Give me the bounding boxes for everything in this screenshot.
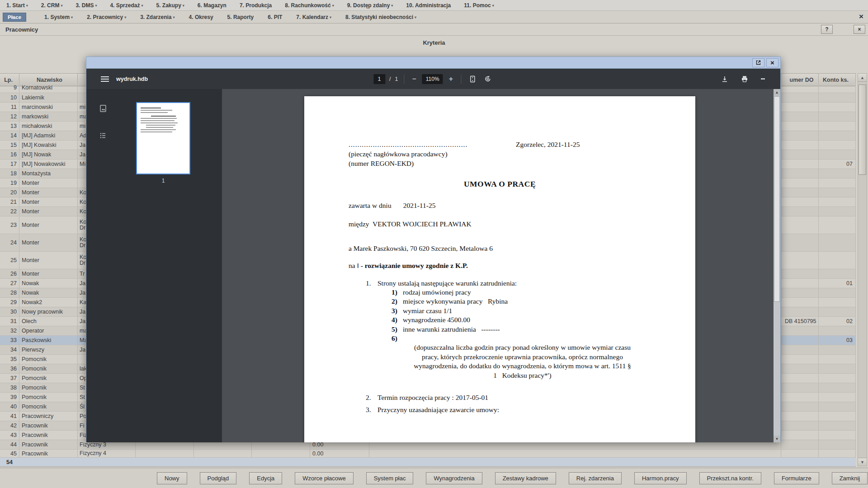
footer-button[interactable]: Zamknij xyxy=(832,472,868,484)
scrollbar-thumb[interactable] xyxy=(774,96,780,302)
employee-line: a Marek Paszkowski, 70 620 Szczecin, Met… xyxy=(349,244,695,253)
zoom-level[interactable]: 110% xyxy=(422,74,443,84)
menu-icon[interactable] xyxy=(101,75,109,83)
footer-button[interactable]: Przekszt.na kontr. xyxy=(699,472,761,484)
footer-button[interactable]: Edycja xyxy=(249,472,282,484)
zoom-out-icon[interactable]: − xyxy=(410,75,418,84)
footer-button[interactable]: Formularze xyxy=(774,472,819,484)
footer-button[interactable]: Wzorce płacowe xyxy=(295,472,353,484)
module-menu-item[interactable]: 7. Kalendarz▾ xyxy=(296,14,331,20)
page-total: 1 xyxy=(395,76,398,82)
scroll-down-icon[interactable]: ▼ xyxy=(774,436,780,442)
concluded-line: zawarta w dniu2021-11-25 xyxy=(349,201,695,210)
print-icon[interactable] xyxy=(739,75,750,84)
chevron-down-icon: ▾ xyxy=(61,4,62,8)
menu-item[interactable]: 11. Pomoc▾ xyxy=(464,2,494,9)
main-menubar: 1. Start▾ 2. CRM▾ 3. DMS▾ 4. Sprzedaż▾ 5… xyxy=(0,0,868,11)
chevron-down-icon: ▾ xyxy=(415,15,416,19)
contract-list-item: 1)rodzaj umówionej pracy xyxy=(392,288,695,297)
module-menu-item[interactable]: 3. Zdarzenia▾ xyxy=(140,14,175,20)
menu-item[interactable]: 5. Zakupy▾ xyxy=(156,2,184,9)
page-separator: / xyxy=(389,76,391,82)
legal-note: (dopuszczalna liczba godzin pracy ponad … xyxy=(397,343,648,380)
table-row[interactable]: 45 Pracownik Fizyczny 4 0.00 xyxy=(0,450,856,458)
module-menu-item[interactable]: 8. Statystyki nieobecności▾ xyxy=(345,14,416,20)
chevron-down-icon: ▾ xyxy=(26,4,28,8)
chevron-down-icon: ▾ xyxy=(124,15,126,19)
point-3: 3.Przyczyny uzasadniające zawarcie umowy… xyxy=(366,405,695,414)
stamp-caption: (pieczęć nagłówkowa pracodawcy) xyxy=(349,149,695,159)
module-menu-item[interactable]: 2. Pracownicy▾ xyxy=(87,14,126,20)
footer-button[interactable]: Podgląd xyxy=(200,472,237,484)
close-icon[interactable]: × xyxy=(859,12,863,21)
table-scrollbar[interactable]: ▲ ▼ xyxy=(858,73,867,466)
print-preview-modal: × wydruk.hdb 1 / 1 − 110% + xyxy=(86,56,781,442)
footer-button[interactable]: Zestawy kadrowe xyxy=(495,472,556,484)
scroll-up-icon[interactable]: ▲ xyxy=(774,89,780,96)
panel-header: Pracownicy ? × xyxy=(0,23,868,36)
contract-list-item: 6) xyxy=(392,334,695,343)
rotate-icon[interactable] xyxy=(482,74,493,84)
chevron-down-icon: ▾ xyxy=(332,4,334,8)
popout-icon[interactable] xyxy=(752,58,764,67)
outline-view-icon[interactable] xyxy=(98,131,108,141)
panel-close-button[interactable]: × xyxy=(854,25,865,34)
footer-button[interactable]: Nowy xyxy=(157,472,187,484)
module-menu-item[interactable]: 6. PIT xyxy=(268,14,282,20)
document-title: UMOWA O PRACĘ xyxy=(304,178,695,190)
download-icon[interactable] xyxy=(719,75,730,84)
criteria-heading: Kryteria xyxy=(0,36,868,46)
stamp-dotted-line: ........................................… xyxy=(349,141,467,148)
thumbnail-sidebar: 1 xyxy=(86,89,222,442)
module-bar: Płace 1. System▾ 2. Pracownicy▾ 3. Zdarz… xyxy=(0,11,868,23)
contract-list-item: 3)wymiar czasu 1/1 xyxy=(392,306,695,315)
chevron-down-icon: ▾ xyxy=(183,4,184,8)
footer-button[interactable]: Harmon.pracy xyxy=(634,472,687,484)
menu-item[interactable]: 6. Magazyn xyxy=(198,2,226,9)
modal-close-icon[interactable]: × xyxy=(766,58,778,67)
document-scrollbar[interactable]: ▲ ▼ xyxy=(774,89,780,442)
menu-item[interactable]: 10. Administracja xyxy=(406,2,451,9)
chevron-down-icon: ▾ xyxy=(141,4,143,8)
menu-item[interactable]: 8. Rachunkowość▾ xyxy=(285,2,334,9)
module-menu-item[interactable]: 1. System▾ xyxy=(44,14,73,20)
pdf-viewport[interactable]: ........................................… xyxy=(222,89,780,442)
document-page: ........................................… xyxy=(304,96,695,442)
page-number-input[interactable]: 1 xyxy=(373,74,385,84)
contract-list-item: 2)miejsce wykonywania pracy Rybina xyxy=(392,297,695,306)
menu-item[interactable]: 7. Produkcja xyxy=(240,2,272,9)
thumbnail-page-number: 1 xyxy=(136,178,190,184)
document-filename: wydruk.hdb xyxy=(116,76,148,82)
module-menu-item[interactable]: 5. Raporty xyxy=(227,14,254,20)
chevron-down-icon: ▾ xyxy=(95,4,97,8)
menu-item[interactable]: 4. Sprzedaż▾ xyxy=(110,2,143,9)
menu-item[interactable]: 1. Start▾ xyxy=(6,2,28,9)
menu-item[interactable]: 2. CRM▾ xyxy=(41,2,63,9)
point-1: 1.Strony ustalają następujące warunki za… xyxy=(366,278,695,288)
regon-line: (numer REGON-EKD) xyxy=(349,159,695,168)
thumbnails-view-icon[interactable] xyxy=(98,103,108,113)
contract-list-item: 5)inne warunki zatrudnienia -------- xyxy=(392,325,695,334)
page-thumbnail[interactable] xyxy=(136,102,190,174)
contract-type-line: na ‖ - rozwiązanie umowy zgodnie z K.P. xyxy=(349,261,695,270)
module-menu-item[interactable]: 4. Okresy xyxy=(189,14,213,20)
chevron-down-icon: ▾ xyxy=(391,4,393,8)
modal-titlebar: × xyxy=(86,57,780,69)
footer-button[interactable]: Wynagrodzenia xyxy=(426,472,482,484)
menu-item[interactable]: 9. Dostęp zdalny▾ xyxy=(347,2,393,9)
zoom-in-icon[interactable]: + xyxy=(447,75,455,84)
scrollbar-thumb[interactable] xyxy=(859,84,866,175)
tab-place-active[interactable]: Płace xyxy=(3,13,26,22)
kebab-menu-icon[interactable] xyxy=(759,76,767,81)
contract-list-item: 4)wynagrodzenie 4500.00 xyxy=(392,315,695,324)
help-button[interactable]: ? xyxy=(821,25,833,34)
scroll-down-icon[interactable]: ▼ xyxy=(858,458,867,466)
menu-item[interactable]: 3. DMS▾ xyxy=(75,2,97,9)
footer-button[interactable]: Rej. zdarzenia xyxy=(569,472,622,484)
fit-page-icon[interactable] xyxy=(467,75,478,84)
footer-button[interactable]: System płac xyxy=(366,472,414,484)
footer-toolbar: Nowy Podgląd Edycja Wzorce płacowe Syste… xyxy=(0,468,868,488)
point-2: 2.Termin rozpoczęcia pracy : 2017-05-01 xyxy=(366,393,695,402)
city-date: Zgorzelec, 2021-11-25 xyxy=(516,140,580,149)
scroll-up-icon[interactable]: ▲ xyxy=(858,74,867,82)
